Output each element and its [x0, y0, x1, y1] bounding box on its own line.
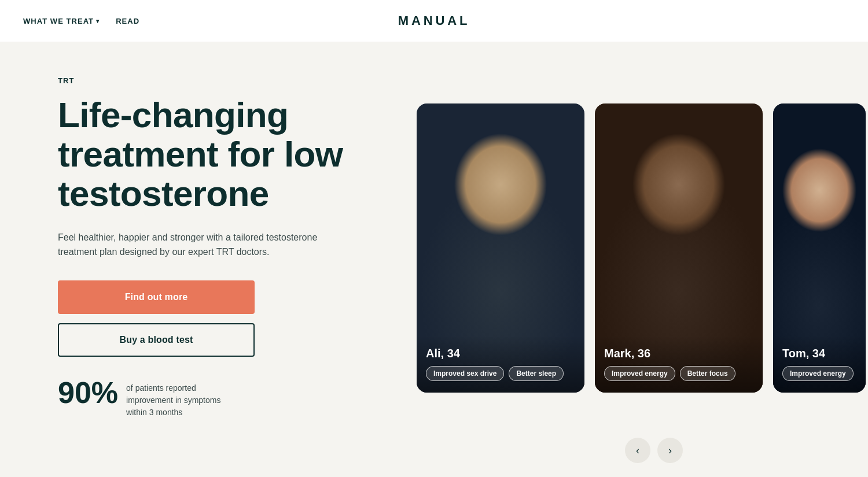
navbar: WHAT WE TREAT ▾ READ MANUAL [0, 0, 868, 42]
card-mark-name: Mark, 36 [604, 347, 753, 360]
nav-left: WHAT WE TREAT ▾ READ [23, 17, 139, 25]
card-mark[interactable]: Mark, 36 Improved energy Better focus [595, 103, 763, 393]
card-tom-bottom: Tom, 34 Improved energy [773, 335, 866, 393]
card-ali-tags: Improved sex drive Better sleep [426, 366, 575, 381]
hero-title: Life-changing treatment for low testoste… [58, 95, 370, 214]
hero-section: TRT Life-changing treatment for low test… [0, 42, 868, 477]
chevron-left-icon: ‹ [636, 445, 639, 457]
card-ali-name: Ali, 34 [426, 347, 575, 360]
card-ali-bottom: Ali, 34 Improved sex drive Better sleep [417, 335, 584, 393]
card-ali[interactable]: Ali, 34 Improved sex drive Better sleep [417, 103, 584, 393]
find-out-more-button[interactable]: Find out more [58, 280, 255, 314]
section-tag: TRT [58, 76, 370, 85]
chevron-down-icon: ▾ [96, 18, 100, 24]
tag-better-sleep: Better sleep [509, 366, 564, 381]
tag-improved-sex-drive: Improved sex drive [426, 366, 504, 381]
card-tom-tags: Improved energy [782, 366, 856, 381]
nav-read-label: READ [116, 17, 139, 25]
buy-blood-test-button[interactable]: Buy a blood test [58, 323, 255, 357]
hero-subtitle: Feel healthier, happier and stronger wit… [58, 230, 324, 260]
carousel-navigation: ‹ › [625, 438, 683, 463]
testimonial-cards: Ali, 34 Improved sex drive Better sleep … [393, 42, 868, 477]
stat-row: 90% of patients reported improvement in … [58, 378, 370, 419]
tag-tom-improved-energy: Improved energy [782, 366, 854, 381]
card-tom-name: Tom, 34 [782, 347, 856, 360]
stat-number: 90% [58, 378, 118, 408]
chevron-right-icon: › [668, 445, 672, 457]
nav-read[interactable]: READ [116, 17, 139, 25]
tag-better-focus: Better focus [680, 366, 735, 381]
stat-text: of patients reported improvement in symp… [126, 378, 242, 419]
site-logo[interactable]: MANUAL [398, 13, 470, 28]
card-mark-tags: Improved energy Better focus [604, 366, 753, 381]
nav-what-we-treat-label: WHAT WE TREAT [23, 17, 94, 25]
card-mark-bottom: Mark, 36 Improved energy Better focus [595, 335, 763, 393]
carousel-prev-button[interactable]: ‹ [625, 438, 650, 463]
tag-improved-energy: Improved energy [604, 366, 675, 381]
card-tom[interactable]: Tom, 34 Improved energy [773, 103, 866, 393]
nav-what-we-treat[interactable]: WHAT WE TREAT ▾ [23, 17, 100, 25]
hero-content: TRT Life-changing treatment for low test… [0, 42, 393, 477]
carousel-next-button[interactable]: › [657, 438, 683, 463]
